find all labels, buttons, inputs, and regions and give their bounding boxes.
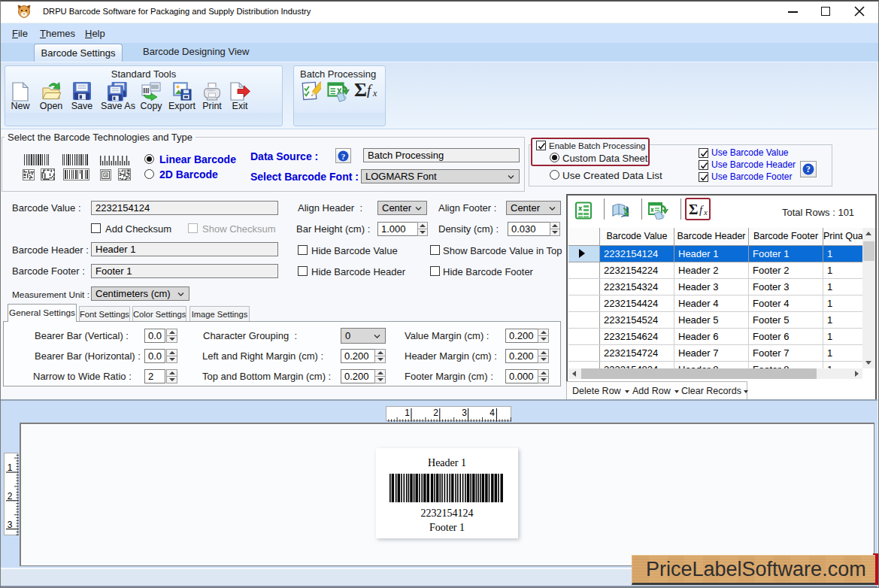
svg-text:3: 3 — [462, 408, 467, 418]
svg-text:1: 1 — [8, 462, 13, 473]
svg-text:?: ? — [806, 165, 811, 174]
svg-text:2: 2 — [433, 408, 438, 418]
svg-text:?: ? — [341, 151, 346, 160]
svg-text:1: 1 — [405, 408, 410, 418]
svg-text:4: 4 — [490, 408, 495, 418]
svg-text:2: 2 — [8, 491, 13, 502]
svg-text:3: 3 — [8, 520, 13, 530]
